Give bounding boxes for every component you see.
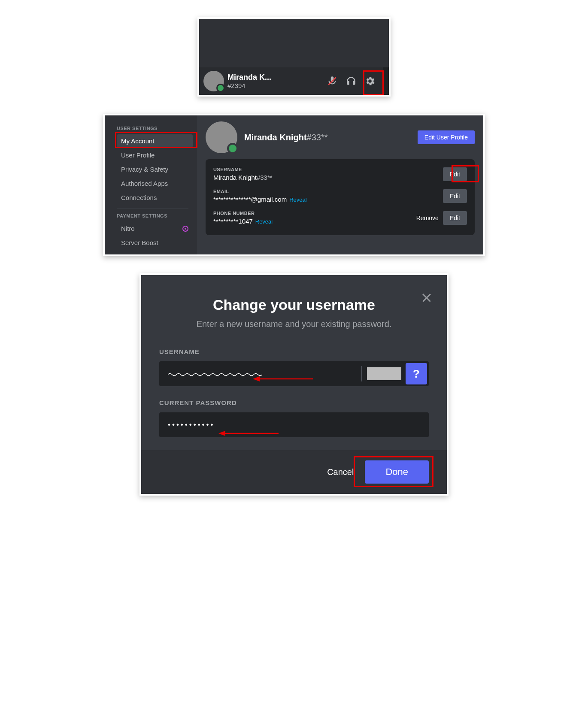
password-input[interactable] — [159, 412, 429, 437]
sidebar-item-server-boost[interactable]: Server Boost — [117, 236, 193, 249]
username-label: USERNAME — [213, 167, 273, 172]
highlight-settings — [363, 70, 384, 95]
profile-discrim: #33** — [307, 133, 328, 142]
profile-name: Miranda Knight — [244, 133, 307, 142]
modal-title: Change your username — [159, 297, 429, 313]
sidebar-item-nitro[interactable]: Nitro — [117, 222, 193, 235]
highlight-my-account — [115, 132, 197, 148]
profile-header: Miranda Knight#33** Edit User Profile — [206, 115, 475, 159]
sidebar-item-authorised-apps[interactable]: Authorised Apps — [117, 177, 193, 190]
nitro-badge-icon — [182, 226, 188, 232]
separator — [361, 366, 362, 381]
remove-phone-link[interactable]: Remove — [416, 215, 439, 221]
close-icon[interactable] — [420, 291, 433, 306]
highlight-done — [354, 456, 433, 487]
sidebar-item-user-profile[interactable]: User Profile — [117, 148, 193, 162]
phone-value: **********1047 — [213, 218, 253, 225]
password-label: CURRENT PASSWORD — [159, 399, 429, 406]
sidebar-item-connections[interactable]: Connections — [117, 191, 193, 204]
phone-label: PHONE NUMBER — [213, 211, 273, 216]
username-input[interactable] — [159, 361, 356, 386]
sidebar-item-privacy[interactable]: Privacy & Safety — [117, 163, 193, 176]
discriminator-field[interactable] — [367, 367, 401, 380]
account-card: USERNAME Miranda Knight#33** Edit EMAIL … — [206, 159, 475, 235]
settings-content: Miranda Knight#33** Edit User Profile US… — [197, 115, 483, 254]
username-label: USERNAME — [159, 348, 429, 355]
phone-reveal-link[interactable]: Reveal — [255, 218, 273, 225]
username-row: USERNAME Miranda Knight#33** Edit — [213, 167, 467, 181]
user-bar: Miranda K... #2394 — [199, 67, 389, 95]
email-row: EMAIL ***************@gmail.comReveal Ed… — [213, 189, 467, 203]
sidebar-item-label: Nitro — [121, 225, 135, 232]
scrollbar-gutter — [383, 67, 389, 95]
username-discrim: #33** — [257, 174, 273, 181]
help-button[interactable]: ? — [406, 363, 427, 384]
highlight-edit-username — [452, 165, 479, 182]
email-value: ***************@gmail.com — [213, 196, 287, 203]
sidebar-divider — [117, 209, 188, 209]
settings-panel: USER SETTINGS My Account User Profile Pr… — [103, 114, 485, 256]
phone-row: PHONE NUMBER **********1047Reveal Remove… — [213, 211, 467, 225]
username-input-row: ? — [159, 361, 429, 386]
user-tag: #2394 — [227, 82, 321, 89]
email-reveal-link[interactable]: Reveal — [289, 197, 306, 203]
change-username-modal: Change your username Enter a new usernam… — [139, 273, 449, 496]
user-info[interactable]: Miranda K... #2394 — [227, 73, 321, 89]
profile-avatar[interactable] — [206, 121, 237, 153]
edit-phone-button[interactable]: Edit — [443, 211, 467, 225]
sidebar-header-user: USER SETTINGS — [117, 126, 193, 131]
user-bar-panel: Miranda K... #2394 — [197, 17, 391, 97]
username-value: Miranda Knight — [213, 174, 257, 181]
edit-user-profile-button[interactable]: Edit User Profile — [418, 130, 475, 144]
modal-subtitle: Enter a new username and your existing p… — [159, 319, 429, 329]
password-input-row — [159, 412, 429, 437]
sidebar-header-payment: PAYMENT SETTINGS — [117, 213, 193, 218]
edit-email-button[interactable]: Edit — [443, 189, 467, 203]
mute-icon[interactable] — [324, 73, 340, 89]
avatar[interactable] — [203, 71, 224, 91]
email-label: EMAIL — [213, 189, 307, 194]
deafen-icon[interactable] — [343, 73, 359, 89]
username: Miranda K... — [227, 73, 321, 82]
cancel-button[interactable]: Cancel — [327, 467, 354, 477]
